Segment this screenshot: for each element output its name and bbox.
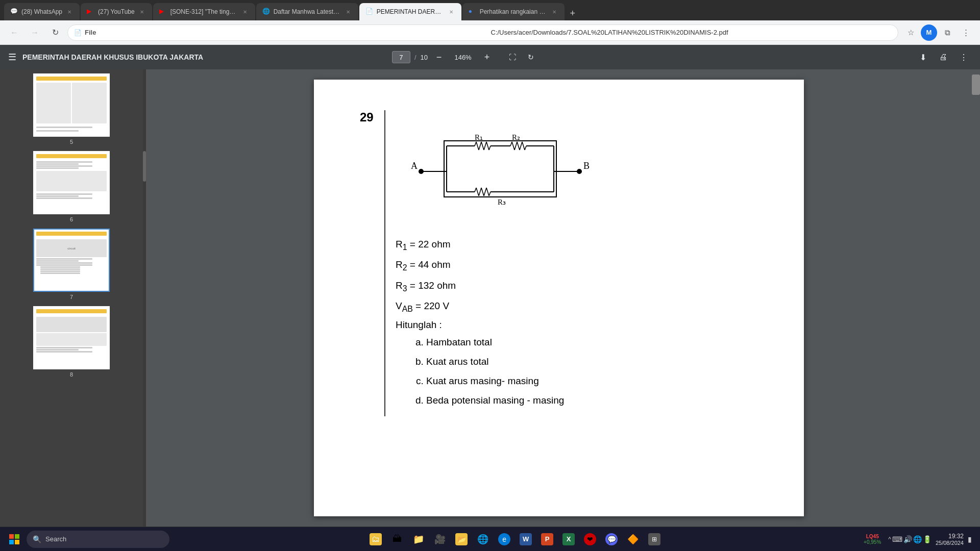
pdf-toolbar-right: ⬇ 🖨 ⋮ <box>915 49 972 65</box>
svg-line-11 <box>489 146 491 150</box>
pdf-page-controls: 7 / 10 − 146% + <box>392 50 494 64</box>
svg-line-14 <box>510 142 512 146</box>
fit-page-button[interactable]: ⛶ <box>504 50 521 64</box>
question-item-b: Kuat arus total <box>426 352 763 371</box>
thumbnail-page-6[interactable]: 6 <box>4 151 139 222</box>
svg-line-19 <box>522 142 525 150</box>
question-item-d: Beda potensial masing - masing <box>426 391 763 410</box>
zoom-out-button[interactable]: − <box>432 50 446 64</box>
menu-button[interactable]: ⋮ <box>958 24 974 41</box>
taskbar-app-discord[interactable]: 💬 <box>601 529 622 549</box>
rotate-button[interactable]: ↻ <box>523 50 539 64</box>
zoom-in-button[interactable]: + <box>480 50 494 64</box>
forward-button[interactable]: → <box>27 24 43 41</box>
extensions-button[interactable]: ⧉ <box>939 24 955 41</box>
new-tab-button[interactable]: + <box>566 6 580 20</box>
taskbar-app-videocam[interactable]: 🎥 <box>430 529 450 549</box>
svg-line-15 <box>512 142 514 150</box>
tab-sone[interactable]: ▶ [SONE-312] "The tings yo... ✕ <box>153 3 255 20</box>
given-values: R1 = 22 ohm R2 = 44 ohm R3 = 132 ohm VAB… <box>396 235 763 317</box>
tab-pemerintah[interactable]: 📄 PEMERINTAH DAERAH KH... ✕ <box>359 3 461 20</box>
taskbar-search-bar[interactable]: 🔍 Search <box>27 531 169 548</box>
taskbar-app-explorer[interactable]: 🗂 <box>365 529 386 549</box>
vab-value: VAB = 220 V <box>396 296 763 317</box>
address-url: C:/Users/acer/Downloads/7.SOAL%20LATIHAN… <box>491 29 892 36</box>
start-button[interactable] <box>4 529 24 549</box>
question-item-a: Hambatan total <box>426 333 763 352</box>
videocam-icon: 🎥 <box>434 533 446 545</box>
taskbar-app-chrome-canary[interactable]: 🔶 <box>623 529 643 549</box>
thumb-num-5: 5 <box>70 139 73 145</box>
taskbar-app-excel[interactable]: X <box>558 529 579 549</box>
mountain-icon: 🏔 <box>391 533 403 545</box>
thumb-num-8: 8 <box>70 371 73 378</box>
search-icon: 🔍 <box>33 535 41 543</box>
tab-label-youtube: (27) YouTube <box>98 8 135 15</box>
pdf-main-content[interactable]: 29 <box>146 69 972 527</box>
stock-badge: LQ45 <box>866 534 879 539</box>
network-icon[interactable]: 🌐 <box>913 535 922 543</box>
battery-icon[interactable]: 🔋 <box>923 535 932 543</box>
thumb-preview-5 <box>33 73 110 137</box>
svg-line-6 <box>476 142 479 150</box>
tab-youtube[interactable]: ▶ (27) YouTube ✕ <box>81 3 152 20</box>
address-bar[interactable]: 📄 File C:/Users/acer/Downloads/7.SOAL%20… <box>67 24 898 41</box>
taskbar-app-powerpoint[interactable]: P <box>537 529 557 549</box>
tab-perhatikan[interactable]: ● Perhatikan rangkaian ham... ✕ <box>462 3 565 20</box>
download-button[interactable]: ⬇ <box>915 49 931 65</box>
tab-close-perhatikan[interactable]: ✕ <box>550 8 558 16</box>
chrome-canary-icon: 🔶 <box>627 533 639 545</box>
chevron-up-icon[interactable]: ^ <box>888 536 891 543</box>
edge-icon: e <box>498 533 510 545</box>
r1-value: R1 = 22 ohm <box>396 235 763 255</box>
back-button[interactable]: ← <box>6 24 22 41</box>
taskbar-app-chrome[interactable]: 🌐 <box>473 529 493 549</box>
r3-value: R3 = 132 ohm <box>396 276 763 296</box>
tab-close-youtube[interactable]: ✕ <box>138 8 146 16</box>
profile-button[interactable]: M <box>921 24 937 41</box>
pdf-menu-button[interactable]: ☰ <box>8 52 16 63</box>
pdf-document-title: PEMERINTAH DAERAH KHUSUS IBUKOTA JAKARTA <box>22 53 386 61</box>
system-clock[interactable]: 19:32 25/08/2024 <box>936 533 964 546</box>
pdf-page-input[interactable]: 7 <box>392 51 410 63</box>
taskbar-app-word[interactable]: W <box>516 529 536 549</box>
address-lock-icon: 📄 <box>74 29 82 36</box>
tab-favicon-youtube: ▶ <box>87 8 95 16</box>
taskbar-app-edge[interactable]: e <box>494 529 514 549</box>
keyboard-icon[interactable]: ⌨ <box>892 535 902 543</box>
speakers-icon[interactable]: 🔊 <box>903 535 912 543</box>
tab-close-sone[interactable]: ✕ <box>241 8 249 16</box>
thumbnail-page-8[interactable]: 8 <box>4 306 139 378</box>
show-desktop-button[interactable]: ▮ <box>968 535 972 543</box>
thumbnail-page-5[interactable]: 5 <box>4 73 139 145</box>
tab-close-pemerintah[interactable]: ✕ <box>447 8 455 16</box>
svg-rect-37 <box>9 540 14 544</box>
stock-widget[interactable]: LQ45 +0,95% <box>861 533 884 546</box>
tab-favicon-perhatikan: ● <box>469 8 477 16</box>
node-b-dot <box>577 169 582 174</box>
tab-close-manhwa[interactable]: ✕ <box>344 8 352 16</box>
reload-button[interactable]: ↻ <box>47 24 63 41</box>
search-placeholder: Search <box>45 535 66 543</box>
more-options-button[interactable]: ⋮ <box>955 49 972 65</box>
clock-time: 19:32 <box>948 533 964 540</box>
main-scrollbar[interactable] <box>972 69 980 527</box>
taskbar-app-filemanager[interactable]: 📂 <box>451 529 472 549</box>
tab-whatsapp[interactable]: 💬 (28) WhatsApp ✕ <box>4 3 80 20</box>
tab-manhwa[interactable]: 🌐 Daftar Manhwa Latest Upd... ✕ <box>256 3 358 20</box>
svg-line-17 <box>517 142 520 150</box>
print-button[interactable]: 🖨 <box>935 49 951 65</box>
taskbar-app-files[interactable]: 📁 <box>408 529 429 549</box>
taskbar-app-mountain[interactable]: 🏔 <box>387 529 407 549</box>
svg-line-28 <box>481 188 484 196</box>
tab-label-sone: [SONE-312] "The tings yo... <box>170 8 238 15</box>
taskbar-app-red[interactable]: ❤ <box>580 529 600 549</box>
thumbnail-page-7[interactable]: circuit <box>4 229 139 300</box>
taskbar-app-calculator[interactable]: ⊞ <box>644 529 665 549</box>
tab-close-whatsapp[interactable]: ✕ <box>65 8 74 16</box>
question-item-c: Kuat arus masing- masing <box>426 371 763 391</box>
pdf-page-separator: / <box>414 54 416 61</box>
thumb-preview-8 <box>33 306 110 369</box>
bookmark-star-button[interactable]: ☆ <box>902 24 919 41</box>
r3-label-text: R₃ <box>498 198 506 206</box>
